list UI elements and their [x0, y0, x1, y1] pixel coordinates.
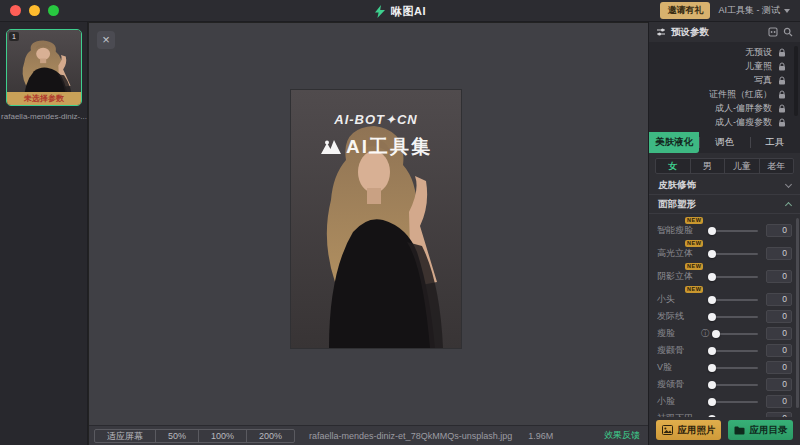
slider-list-scrollbar[interactable]: [796, 218, 799, 408]
slider-knob[interactable]: [708, 415, 716, 418]
slider-v-face: V脸 0: [657, 359, 792, 376]
slider-value[interactable]: 0: [766, 344, 792, 357]
slider-value[interactable]: 0: [766, 293, 792, 306]
feedback-link[interactable]: 效果反馈: [604, 429, 640, 442]
slider-knob[interactable]: [708, 273, 716, 281]
slider-track[interactable]: [709, 230, 758, 232]
slider-knob[interactable]: [712, 330, 720, 338]
slider-value[interactable]: 0: [766, 310, 792, 323]
preset-scrollbar[interactable]: [794, 46, 798, 116]
slider-track[interactable]: [713, 333, 758, 335]
lock-icon: [778, 48, 786, 57]
photo-preview[interactable]: AI-BOT✦CN AI工具集: [291, 90, 461, 348]
tab-tools[interactable]: 工具: [750, 132, 800, 153]
thumbnail-index-badge: 1: [9, 32, 19, 41]
preset-item-adult-heavy[interactable]: 成人-偏胖参数: [649, 101, 800, 115]
zoom-50-button[interactable]: 50%: [156, 430, 199, 442]
watermark-domain: AI-BOT✦CN: [291, 112, 461, 127]
slider-track[interactable]: [709, 299, 758, 301]
slider-label: 智能瘦脸: [657, 224, 707, 237]
title-bar: 咻图AI 邀请有礼 AI工具集 - 测试: [0, 0, 800, 22]
preset-item-child[interactable]: 儿童照: [649, 59, 800, 73]
apply-photo-label: 应用照片: [678, 424, 716, 437]
invite-button[interactable]: 邀请有礼: [660, 2, 710, 19]
tab-elderly[interactable]: 老年: [760, 159, 794, 173]
slider-label: V脸: [657, 361, 707, 374]
folder-icon: [734, 426, 745, 435]
slider-slim-cheekbone: 瘦颧骨 0: [657, 342, 792, 359]
thumbnail-status-badge: 未选择参数: [7, 92, 81, 105]
app-title: 咻图AI: [391, 4, 426, 19]
slider-value[interactable]: 0: [766, 378, 792, 391]
zoom-100-button[interactable]: 100%: [199, 430, 247, 442]
account-label: AI工具集 - 测试: [718, 4, 780, 17]
tab-female[interactable]: 女: [656, 159, 691, 173]
slider-track[interactable]: [709, 367, 758, 369]
watermark: AI-BOT✦CN AI工具集: [291, 112, 461, 160]
slider-value[interactable]: 0: [766, 224, 792, 237]
slider-knob[interactable]: [708, 364, 716, 372]
zoom-200-button[interactable]: 200%: [247, 430, 294, 442]
slider-value[interactable]: 0: [766, 247, 792, 260]
apply-directory-button[interactable]: 应用目录: [728, 420, 793, 440]
slider-value[interactable]: 0: [766, 361, 792, 374]
slider-value[interactable]: 0: [766, 270, 792, 283]
slider-label: 瘦颧骨: [657, 344, 707, 357]
section-label: 皮肤修饰: [658, 179, 696, 192]
slider-slim-jawbone: 瘦颌骨 0: [657, 376, 792, 393]
preset-label: 证件照（红底）: [709, 88, 772, 101]
account-menu[interactable]: AI工具集 - 测试: [718, 4, 790, 17]
slider-track[interactable]: [709, 384, 758, 386]
tab-color-grading[interactable]: 调色: [699, 132, 749, 153]
image-list-sidebar: 1 未选择参数 rafaella-mendes-diniz-...: [0, 22, 88, 445]
slider-track[interactable]: [709, 401, 758, 403]
manage-presets-icon[interactable]: [768, 27, 778, 37]
slider-track[interactable]: [709, 253, 758, 255]
tab-child[interactable]: 儿童: [725, 159, 760, 173]
tab-beauty-liquify[interactable]: 美肤液化: [649, 132, 699, 153]
slider-knob[interactable]: [708, 381, 716, 389]
close-window-button[interactable]: [10, 5, 21, 16]
zoom-window-button[interactable]: [48, 5, 59, 16]
slider-highlight-3d: NEW 高光立体 0: [657, 239, 792, 262]
preset-item-none[interactable]: 无预设: [649, 45, 800, 59]
preset-item-adult-thin[interactable]: 成人-偏瘦参数: [649, 115, 800, 129]
slider-knob[interactable]: [708, 227, 716, 235]
new-badge: NEW: [685, 263, 703, 270]
section-face-shaping[interactable]: 面部塑形: [649, 195, 800, 214]
lock-icon: [778, 90, 786, 99]
slider-knob[interactable]: [708, 313, 716, 321]
slider-value[interactable]: 0: [766, 327, 792, 340]
info-icon[interactable]: ⓘ: [701, 328, 709, 339]
slider-knob[interactable]: [708, 250, 716, 258]
thumbnail-filename: rafaella-mendes-diniz-...: [0, 112, 88, 121]
slider-knob[interactable]: [708, 398, 716, 406]
slider-track[interactable]: [709, 276, 758, 278]
slider-track[interactable]: [709, 350, 758, 352]
slider-label: 祛双下巴: [657, 412, 707, 417]
slider-knob[interactable]: [708, 296, 716, 304]
lock-icon: [778, 76, 786, 85]
tab-male[interactable]: 男: [691, 159, 726, 173]
file-size: 1.96M: [528, 431, 553, 441]
zoom-fit-button[interactable]: 适应屏幕: [95, 430, 156, 442]
slider-track[interactable]: [709, 316, 758, 318]
slider-label: 瘦脸: [657, 327, 707, 340]
image-thumbnail-selected[interactable]: 1 未选择参数: [6, 29, 82, 106]
slider-value[interactable]: 0: [766, 412, 792, 417]
preset-header: 预设参数: [649, 22, 800, 42]
preset-item-idphoto[interactable]: 证件照（红底）: [649, 87, 800, 101]
search-icon[interactable]: [783, 27, 793, 37]
apply-photo-button[interactable]: 应用照片: [656, 420, 721, 440]
image-icon: [662, 425, 673, 435]
slider-value[interactable]: 0: [766, 395, 792, 408]
new-badge: NEW: [685, 286, 703, 293]
preset-item-portrait[interactable]: 写真: [649, 73, 800, 87]
section-skin-retouch[interactable]: 皮肤修饰: [649, 176, 800, 195]
slider-label: 瘦颌骨: [657, 378, 707, 391]
slider-slim-face: 瘦脸 ⓘ 0: [657, 325, 792, 342]
minimize-window-button[interactable]: [29, 5, 40, 16]
close-image-button[interactable]: ×: [97, 31, 115, 49]
slider-knob[interactable]: [708, 347, 716, 355]
preset-label: 成人-偏瘦参数: [715, 116, 772, 129]
